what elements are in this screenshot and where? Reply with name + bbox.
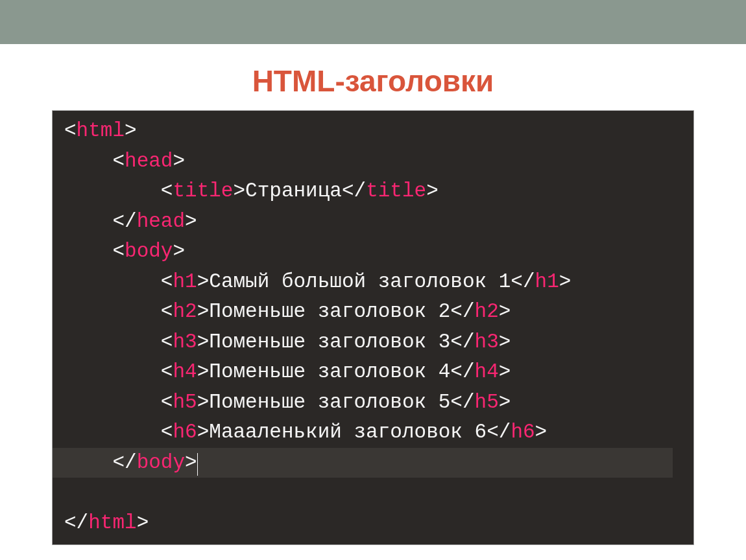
code-line: <title>Страница</title> <box>64 180 439 202</box>
slide-title: HTML-заголовки <box>0 64 746 99</box>
code-editor: <html> <head> <title>Страница</title> </… <box>52 110 694 545</box>
code-line-highlighted: </body> <box>53 448 673 478</box>
code-line: <h6>Маааленький заголовок 6</h6> <box>64 421 547 443</box>
slide-top-bar <box>0 0 746 44</box>
code-line: <h1>Самый большой заголовок 1</h1> <box>64 270 571 293</box>
code-line: <html> <box>64 119 137 142</box>
code-line: <h3>Поменьше заголовок 3</h3> <box>64 331 511 353</box>
code-line: <head> <box>64 150 185 172</box>
code-line: </html> <box>64 511 149 534</box>
code-content: <html> <head> <title>Страница</title> </… <box>53 116 693 538</box>
code-line: </head> <box>64 210 197 233</box>
text-cursor <box>197 453 198 475</box>
code-line: <h5>Поменьше заголовок 5</h5> <box>64 391 511 414</box>
code-line: <body> <box>64 240 185 262</box>
code-line: <h4>Поменьше заголовок 4</h4> <box>64 360 511 383</box>
code-line: <h2>Поменьше заголовок 2</h2> <box>64 300 511 323</box>
